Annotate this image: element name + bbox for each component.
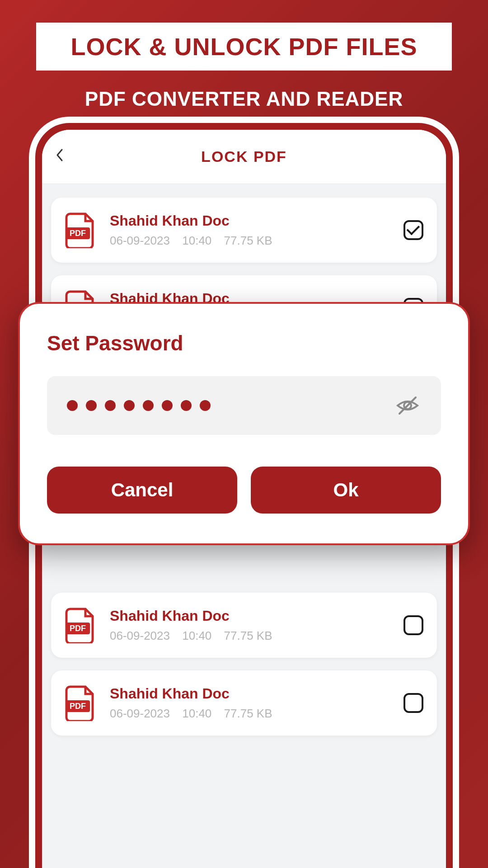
file-card[interactable]: PDF Shahid Khan Doc 06-09-2023 10:40 77.… (51, 593, 437, 658)
dialog-title: Set Password (47, 331, 441, 355)
eye-off-icon (394, 392, 421, 419)
page-title: LOCK PDF (56, 148, 432, 165)
password-dialog-overlay: Set Password Cancel Ok (18, 302, 470, 545)
file-size: 77.75 KB (224, 707, 272, 720)
file-meta: 06-09-2023 10:40 77.75 KB (110, 234, 404, 248)
password-dot (200, 400, 211, 411)
file-size: 77.75 KB (224, 629, 272, 642)
svg-text:PDF: PDF (70, 624, 86, 633)
back-button[interactable] (56, 148, 64, 166)
file-info: Shahid Khan Doc 06-09-2023 10:40 77.75 K… (110, 685, 404, 721)
file-date: 06-09-2023 (110, 629, 170, 642)
password-dot (124, 400, 135, 411)
file-name: Shahid Khan Doc (110, 212, 404, 229)
file-date: 06-09-2023 (110, 234, 170, 247)
file-date: 06-09-2023 (110, 707, 170, 720)
file-time: 10:40 (182, 629, 211, 642)
password-dot (86, 400, 97, 411)
file-checkbox[interactable] (404, 220, 423, 240)
hero-subtitle: PDF CONVERTER AND READER (36, 88, 452, 110)
file-info: Shahid Khan Doc 06-09-2023 10:40 77.75 K… (110, 608, 404, 643)
file-card[interactable]: PDF Shahid Khan Doc 06-09-2023 10:40 77.… (51, 198, 437, 263)
dialog-actions: Cancel Ok (47, 467, 441, 514)
file-name: Shahid Khan Doc (110, 685, 404, 702)
svg-text:PDF: PDF (70, 229, 86, 238)
ok-button[interactable]: Ok (251, 467, 441, 514)
pdf-file-icon: PDF (65, 607, 97, 643)
app-header: LOCK PDF (42, 130, 446, 184)
hero-banner: LOCK & UNLOCK PDF FILES (36, 23, 452, 71)
pdf-file-icon: PDF (65, 685, 97, 721)
password-mask (67, 400, 394, 411)
password-dot (162, 400, 173, 411)
file-meta: 06-09-2023 10:40 77.75 KB (110, 629, 404, 643)
file-checkbox[interactable] (404, 615, 423, 635)
back-icon (56, 148, 64, 162)
file-name: Shahid Khan Doc (110, 608, 404, 624)
password-dot (143, 400, 154, 411)
password-input[interactable] (47, 376, 441, 435)
hero-section: LOCK & UNLOCK PDF FILES PDF CONVERTER AN… (0, 0, 488, 110)
file-time: 10:40 (182, 234, 211, 247)
file-size: 77.75 KB (224, 234, 272, 247)
password-dot (67, 400, 78, 411)
cancel-button[interactable]: Cancel (47, 467, 237, 514)
file-checkbox[interactable] (404, 693, 423, 713)
svg-text:PDF: PDF (70, 702, 86, 711)
toggle-password-visibility[interactable] (394, 392, 421, 419)
file-info: Shahid Khan Doc 06-09-2023 10:40 77.75 K… (110, 212, 404, 248)
password-dot (181, 400, 192, 411)
hero-banner-text: LOCK & UNLOCK PDF FILES (50, 33, 438, 61)
file-time: 10:40 (182, 707, 211, 720)
password-dialog: Set Password Cancel Ok (18, 302, 470, 545)
pdf-file-icon: PDF (65, 212, 97, 248)
file-card[interactable]: PDF Shahid Khan Doc 06-09-2023 10:40 77.… (51, 670, 437, 736)
file-meta: 06-09-2023 10:40 77.75 KB (110, 707, 404, 721)
password-dot (105, 400, 116, 411)
svg-line-9 (399, 397, 416, 414)
